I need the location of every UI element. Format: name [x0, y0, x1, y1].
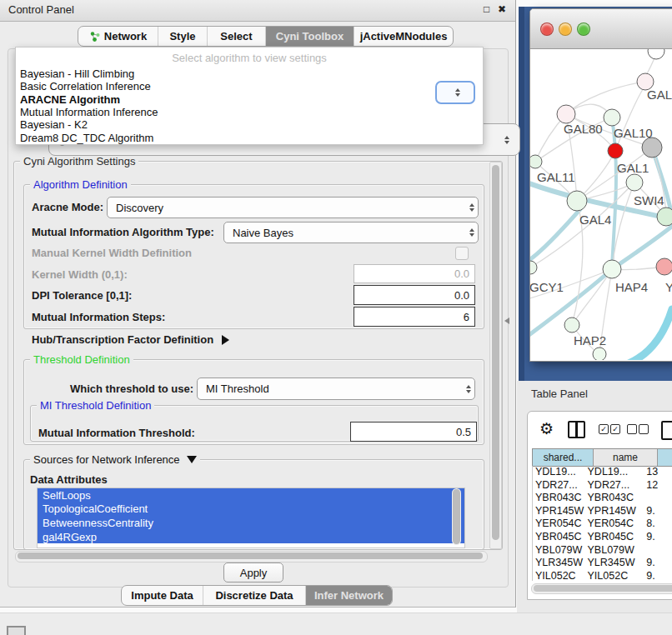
- tab-jactivemnodules[interactable]: jActiveMNodules: [354, 27, 453, 46]
- mac-minimize-button[interactable]: [559, 22, 572, 36]
- table-cell: 12: [639, 479, 672, 492]
- float-window-icon[interactable]: □: [484, 3, 489, 15]
- table-row[interactable]: YBR045CYBR045C9.: [533, 531, 672, 544]
- unchecked-checkbox-icon[interactable]: [639, 424, 649, 434]
- dpi-tolerance-field[interactable]: 0.0: [354, 285, 475, 305]
- panel-splitter-arrow-icon[interactable]: [504, 318, 509, 324]
- window-title: Control Panel: [8, 3, 74, 16]
- close-window-icon[interactable]: ✖: [498, 3, 506, 15]
- network-node[interactable]: [626, 174, 643, 191]
- column-header-a[interactable]: A: [657, 449, 672, 466]
- column-header-shared[interactable]: shared...: [533, 449, 593, 466]
- apply-button[interactable]: Apply: [223, 562, 283, 582]
- table-row[interactable]: YBR043CYBR043C: [533, 492, 672, 505]
- table-cell: YDR27...: [533, 479, 585, 492]
- table-cell: 9.: [639, 570, 672, 581]
- tab-label: Cyni Toolbox: [276, 30, 344, 42]
- control-panel-titlebar[interactable]: Control Panel □ ✖: [0, 0, 515, 22]
- tab-network[interactable]: Network: [78, 27, 158, 46]
- focused-combo-spinner[interactable]: [435, 81, 475, 104]
- network-node[interactable]: [557, 105, 575, 123]
- sources-toggle[interactable]: Sources for Network Inference: [30, 453, 200, 466]
- tab-style[interactable]: Style: [158, 27, 207, 46]
- table-cell: YIL052C: [585, 570, 640, 581]
- network-edge: [622, 309, 672, 360]
- tab-label: Impute Data: [131, 589, 193, 602]
- node-label: GAL11: [537, 170, 575, 184]
- network-node[interactable]: [604, 109, 620, 126]
- tab-label: Discretize Data: [215, 589, 293, 602]
- aracne-mode-label: Aracne Mode:: [32, 201, 103, 213]
- network-node[interactable]: [530, 261, 537, 274]
- table-horizontal-scrollbar[interactable]: [531, 583, 672, 594]
- table-row[interactable]: YIL052CYIL052C9.: [533, 570, 672, 581]
- attribute-list-scrollbar[interactable]: [452, 488, 461, 545]
- node-label: GAL80: [564, 122, 603, 136]
- network-node[interactable]: [593, 348, 606, 360]
- data-attributes-label: Data Attributes: [30, 473, 108, 486]
- algorithm-option-mutual-information-inference[interactable]: Mutual Information Inference: [16, 106, 483, 118]
- attribute-item-gal4rgexp[interactable]: gal4RGexp: [38, 530, 464, 544]
- mi-threshold-field[interactable]: 0.5: [350, 422, 477, 442]
- algorithm-option-dream8-dc-tdc-algorithm[interactable]: Dream8 DC_TDC Algorithm: [16, 131, 483, 143]
- tab-discretize-data[interactable]: Discretize Data: [203, 586, 305, 605]
- algorithm-option-bayesian-hill-climbing[interactable]: Bayesian - Hill Climbing: [16, 68, 483, 80]
- attribute-item-topologicalcoefficient[interactable]: TopologicalCoefficient: [38, 502, 464, 517]
- network-node[interactable]: [657, 208, 672, 226]
- mi-steps-value: 6: [464, 311, 469, 323]
- table-row[interactable]: YBL079WYBL079W: [533, 544, 672, 558]
- table-cell: [639, 492, 672, 505]
- network-node[interactable]: [530, 155, 542, 168]
- which-threshold-combo[interactable]: MI Threshold: [197, 378, 475, 400]
- algorithm-option-aracne-algorithm[interactable]: ARACNE Algorithm: [16, 93, 483, 106]
- mi-algorithm-type-combo[interactable]: Naive Bayes: [223, 222, 479, 243]
- network-graph-canvas[interactable]: GALGAL80GAL10GAL1GAL11SWI4GAL4GCY1HAP4YH…: [530, 49, 672, 360]
- minimized-panel-icon[interactable]: [7, 626, 26, 635]
- tab-label: Network: [104, 30, 147, 42]
- table-row[interactable]: YER054CYER054C8.: [533, 518, 672, 531]
- settings-horizontal-scrollbar[interactable]: [15, 551, 488, 562]
- network-window-titlebar[interactable]: [530, 9, 672, 49]
- attribute-item-selfloops[interactable]: SelfLoops: [38, 488, 464, 502]
- network-node[interactable]: [608, 143, 623, 158]
- table-row[interactable]: YLR345WYLR345W9.: [533, 557, 672, 570]
- tab-select[interactable]: Select: [207, 27, 265, 46]
- algorithm-dropdown-popup: Select algorithm to view settings Bayesi…: [15, 47, 484, 145]
- mi-steps-field[interactable]: 6: [354, 307, 475, 327]
- checked-checkbox-icon[interactable]: ✓: [610, 424, 620, 434]
- table-row[interactable]: YDR27...YDR27...12: [533, 479, 672, 492]
- settings-vertical-scrollbar[interactable]: [489, 162, 502, 549]
- tab-infer-network[interactable]: Infer Network: [305, 586, 392, 605]
- aracne-mode-combo[interactable]: Discovery: [107, 197, 479, 218]
- node-label: Y: [665, 280, 672, 294]
- hub-definition-toggle[interactable]: Hub/Transcription Factor Definition: [32, 333, 229, 346]
- network-node[interactable]: [603, 260, 621, 278]
- tab-impute-data[interactable]: Impute Data: [122, 586, 203, 605]
- tab-cyni-toolbox[interactable]: Cyni Toolbox: [265, 27, 354, 46]
- algorithm-option-basic-correlation-inference[interactable]: Basic Correlation Inference: [16, 80, 483, 92]
- kernel-width-field[interactable]: 0.0: [354, 264, 475, 283]
- network-node[interactable]: [567, 191, 587, 211]
- checked-checkbox-icon[interactable]: ✓: [599, 424, 609, 434]
- table-row[interactable]: YPR145WYPR145W9.: [533, 505, 672, 518]
- mac-close-button[interactable]: [540, 22, 554, 36]
- mac-zoom-button[interactable]: [577, 22, 590, 36]
- attribute-item-betweennesscentrality[interactable]: BetweennessCentrality: [38, 516, 464, 530]
- network-node[interactable]: [642, 138, 662, 158]
- network-node[interactable]: [648, 49, 664, 59]
- split-columns-icon[interactable]: [568, 421, 585, 438]
- manual-kernel-width-checkbox[interactable]: [455, 247, 469, 260]
- column-header-name[interactable]: name: [593, 449, 657, 466]
- unchecked-checkbox-icon[interactable]: [627, 424, 637, 434]
- network-node[interactable]: [656, 258, 672, 275]
- table-row[interactable]: YDL19...YDL19...13: [533, 466, 672, 479]
- kernel-width-label: Kernel Width (0,1):: [32, 268, 128, 281]
- which-threshold-label: Which threshold to use:: [70, 382, 193, 395]
- new-page-icon[interactable]: [661, 421, 672, 440]
- algorithm-option-bayesian-k2[interactable]: Bayesian - K2: [16, 118, 483, 131]
- node-label: GAL4: [579, 212, 611, 227]
- network-node[interactable]: [564, 318, 579, 332]
- gear-icon[interactable]: ⚙: [539, 421, 554, 437]
- combo-spinner-icon: [469, 228, 474, 237]
- table-body: YDL19...YDL19...13YDR27...YDR27...12YBR0…: [532, 466, 672, 581]
